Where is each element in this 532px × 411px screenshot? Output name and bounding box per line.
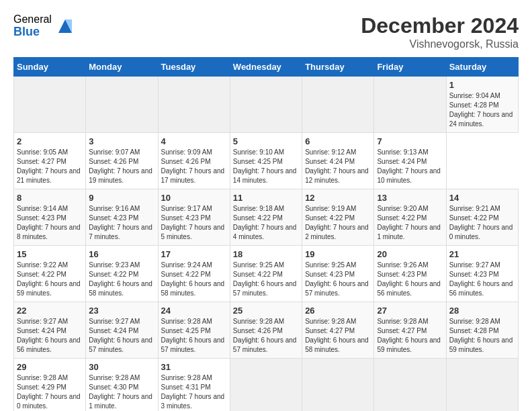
empty-cell <box>302 359 374 412</box>
calendar-week-row: 29Sunrise: 9:28 AMSunset: 4:29 PMDayligh… <box>14 359 519 412</box>
calendar-day: 25Sunrise: 9:28 AMSunset: 4:26 PMDayligh… <box>230 302 302 359</box>
calendar-day: 8Sunrise: 9:14 AMSunset: 4:23 PMDaylight… <box>14 189 86 246</box>
empty-cell <box>14 77 86 133</box>
day-info: Sunrise: 9:28 AMSunset: 4:28 PMDaylight:… <box>449 317 515 355</box>
calendar-day: 11Sunrise: 9:18 AMSunset: 4:22 PMDayligh… <box>230 189 302 246</box>
day-info: Sunrise: 9:13 AMSunset: 4:24 PMDaylight:… <box>377 148 443 185</box>
day-info: Sunrise: 9:24 AMSunset: 4:22 PMDaylight:… <box>161 261 227 298</box>
day-info: Sunrise: 9:27 AMSunset: 4:24 PMDaylight:… <box>89 317 154 355</box>
calendar-day: 31Sunrise: 9:28 AMSunset: 4:31 PMDayligh… <box>158 359 230 412</box>
day-info: Sunrise: 9:28 AMSunset: 4:30 PMDaylight:… <box>89 373 154 411</box>
calendar-header-row: SundayMondayTuesdayWednesdayThursdayFrid… <box>14 58 519 77</box>
calendar-day: 2Sunrise: 9:05 AMSunset: 4:27 PMDaylight… <box>14 133 86 189</box>
day-info: Sunrise: 9:25 AMSunset: 4:23 PMDaylight:… <box>305 261 371 298</box>
empty-cell <box>158 77 230 133</box>
day-info: Sunrise: 9:28 AMSunset: 4:29 PMDaylight:… <box>17 373 83 411</box>
day-info: Sunrise: 9:28 AMSunset: 4:26 PMDaylight:… <box>233 317 299 355</box>
month-year: December 2024 <box>361 13 519 38</box>
empty-cell <box>230 359 302 412</box>
logo-blue: Blue <box>13 26 52 39</box>
calendar-day: 3Sunrise: 9:07 AMSunset: 4:26 PMDaylight… <box>86 133 158 189</box>
day-info: Sunrise: 9:17 AMSunset: 4:23 PMDaylight:… <box>161 204 227 242</box>
calendar-week-row: 22Sunrise: 9:27 AMSunset: 4:24 PMDayligh… <box>14 302 519 359</box>
calendar-week-row: 1Sunrise: 9:04 AMSunset: 4:28 PMDaylight… <box>14 77 519 133</box>
empty-cell <box>230 77 302 133</box>
empty-cell <box>374 77 446 133</box>
day-info: Sunrise: 9:18 AMSunset: 4:22 PMDaylight:… <box>233 204 299 242</box>
day-number: 3 <box>89 136 154 146</box>
day-number: 26 <box>305 306 371 316</box>
day-number: 4 <box>161 136 227 146</box>
day-header-saturday: Saturday <box>446 58 518 77</box>
day-info: Sunrise: 9:28 AMSunset: 4:31 PMDaylight:… <box>161 373 227 411</box>
day-info: Sunrise: 9:27 AMSunset: 4:24 PMDaylight:… <box>17 317 83 355</box>
day-number: 1 <box>449 80 515 90</box>
day-number: 24 <box>161 306 227 316</box>
day-number: 10 <box>161 193 227 203</box>
day-number: 14 <box>449 193 515 203</box>
logo-text: General Blue <box>13 13 52 38</box>
day-number: 21 <box>449 249 515 259</box>
page-header: General Blue December 2024 Vishnevogorsk… <box>13 13 519 50</box>
day-info: Sunrise: 9:07 AMSunset: 4:26 PMDaylight:… <box>89 148 154 185</box>
calendar-day: 20Sunrise: 9:26 AMSunset: 4:23 PMDayligh… <box>374 246 446 302</box>
day-number: 28 <box>449 306 515 316</box>
title-block: December 2024 Vishnevogorsk, Russia <box>361 13 519 50</box>
day-header-monday: Monday <box>86 58 158 77</box>
logo-general: General <box>13 13 52 26</box>
calendar-day: 21Sunrise: 9:27 AMSunset: 4:23 PMDayligh… <box>446 246 518 302</box>
day-number: 20 <box>377 249 443 259</box>
day-info: Sunrise: 9:16 AMSunset: 4:23 PMDaylight:… <box>89 204 154 242</box>
calendar-day: 13Sunrise: 9:20 AMSunset: 4:22 PMDayligh… <box>374 189 446 246</box>
empty-cell <box>86 77 158 133</box>
day-info: Sunrise: 9:10 AMSunset: 4:25 PMDaylight:… <box>233 148 299 185</box>
day-number: 17 <box>161 249 227 259</box>
calendar-day: 27Sunrise: 9:28 AMSunset: 4:27 PMDayligh… <box>374 302 446 359</box>
day-info: Sunrise: 9:21 AMSunset: 4:22 PMDaylight:… <box>449 204 515 242</box>
logo: General Blue <box>13 13 75 38</box>
day-number: 18 <box>233 249 299 259</box>
day-info: Sunrise: 9:19 AMSunset: 4:22 PMDaylight:… <box>305 204 371 242</box>
day-number: 5 <box>233 136 299 146</box>
calendar-day: 19Sunrise: 9:25 AMSunset: 4:23 PMDayligh… <box>302 246 374 302</box>
calendar-day: 16Sunrise: 9:23 AMSunset: 4:22 PMDayligh… <box>86 246 158 302</box>
day-number: 29 <box>17 362 83 372</box>
calendar-day: 6Sunrise: 9:12 AMSunset: 4:24 PMDaylight… <box>302 133 374 189</box>
day-info: Sunrise: 9:09 AMSunset: 4:26 PMDaylight:… <box>161 148 227 185</box>
day-info: Sunrise: 9:12 AMSunset: 4:24 PMDaylight:… <box>305 148 371 185</box>
calendar-day: 23Sunrise: 9:27 AMSunset: 4:24 PMDayligh… <box>86 302 158 359</box>
day-number: 16 <box>89 249 154 259</box>
calendar-day: 28Sunrise: 9:28 AMSunset: 4:28 PMDayligh… <box>446 302 518 359</box>
day-number: 12 <box>305 193 371 203</box>
logo-icon <box>55 16 75 36</box>
day-number: 22 <box>17 306 83 316</box>
calendar-week-row: 8Sunrise: 9:14 AMSunset: 4:23 PMDaylight… <box>14 189 519 246</box>
day-info: Sunrise: 9:20 AMSunset: 4:22 PMDaylight:… <box>377 204 443 242</box>
day-header-wednesday: Wednesday <box>230 58 302 77</box>
day-number: 23 <box>89 306 154 316</box>
day-number: 31 <box>161 362 227 372</box>
day-info: Sunrise: 9:05 AMSunset: 4:27 PMDaylight:… <box>17 148 83 185</box>
calendar-day: 24Sunrise: 9:28 AMSunset: 4:25 PMDayligh… <box>158 302 230 359</box>
calendar-day: 30Sunrise: 9:28 AMSunset: 4:30 PMDayligh… <box>86 359 158 412</box>
day-number: 8 <box>17 193 83 203</box>
empty-cell <box>446 359 518 412</box>
day-info: Sunrise: 9:25 AMSunset: 4:22 PMDaylight:… <box>233 261 299 298</box>
day-number: 13 <box>377 193 443 203</box>
day-header-sunday: Sunday <box>14 58 86 77</box>
empty-cell <box>374 359 446 412</box>
day-number: 27 <box>377 306 443 316</box>
day-number: 19 <box>305 249 371 259</box>
calendar-day: 12Sunrise: 9:19 AMSunset: 4:22 PMDayligh… <box>302 189 374 246</box>
day-header-thursday: Thursday <box>302 58 374 77</box>
calendar-week-row: 2Sunrise: 9:05 AMSunset: 4:27 PMDaylight… <box>14 133 519 189</box>
empty-cell <box>302 77 374 133</box>
day-info: Sunrise: 9:26 AMSunset: 4:23 PMDaylight:… <box>377 261 443 298</box>
calendar-day: 15Sunrise: 9:22 AMSunset: 4:22 PMDayligh… <box>14 246 86 302</box>
calendar-day: 5Sunrise: 9:10 AMSunset: 4:25 PMDaylight… <box>230 133 302 189</box>
day-info: Sunrise: 9:28 AMSunset: 4:27 PMDaylight:… <box>377 317 443 355</box>
day-info: Sunrise: 9:28 AMSunset: 4:25 PMDaylight:… <box>161 317 227 355</box>
calendar-day: 29Sunrise: 9:28 AMSunset: 4:29 PMDayligh… <box>14 359 86 412</box>
day-header-tuesday: Tuesday <box>158 58 230 77</box>
calendar-day: 1Sunrise: 9:04 AMSunset: 4:28 PMDaylight… <box>446 77 518 133</box>
